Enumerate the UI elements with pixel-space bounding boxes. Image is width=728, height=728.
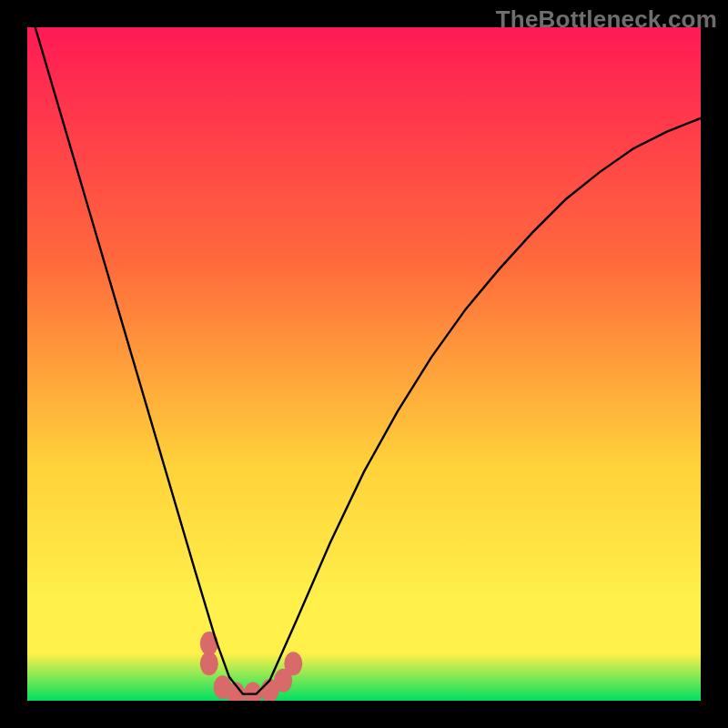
lobe-marker (200, 652, 218, 675)
lobe-marker (284, 652, 302, 675)
chart-frame: TheBottleneck.com (0, 0, 728, 728)
watermark-text: TheBottleneck.com (496, 5, 717, 34)
bottleneck-plot (27, 27, 701, 701)
gradient-background (27, 27, 701, 701)
plot-area (27, 27, 701, 701)
